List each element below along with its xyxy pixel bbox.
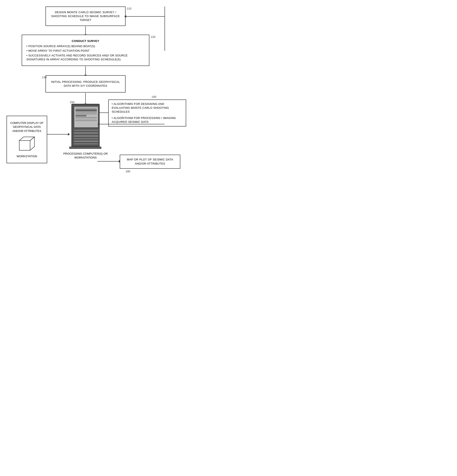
ref-150: 150 [70,101,74,104]
node-120-bullet1: • POSITION SOURCE ARRAY(S) BEHIND BOAT(S… [26,44,95,48]
node-170-sublabel: WORKSTATION [17,155,37,158]
svg-marker-2 [30,137,35,150]
node-120-bullet2: • MOVE ARRAY TO FIRST ACTIVATION POINT [26,49,90,53]
ref-130: 130 [42,76,47,79]
node-110: DESIGN MONTE CARLO SEISMIC SURVEY / SHOO… [45,7,126,26]
node-140-bullet2: • ALGORITHSM FOR PROCESSING / IMAGING AC… [112,116,183,124]
feedback-horiz-bottom [97,124,165,124]
arrow-110-120 [85,26,86,34]
node-180: MAP OR PLOT OF SEISMIC DATA AND/OR ATTRI… [120,155,180,169]
ref-140: 140 [151,95,156,98]
node-170: COMPUTER DISPLAY OF GEOPHYSICAL DATA AND… [7,116,47,163]
node-120-bullet3: • SUCCESSIVELY ACTIVATE AND RECORD SOURC… [26,54,145,61]
node-140-bullet1: • ALGORITHMS FOR DESIGNING AND EVALUATIN… [112,102,183,114]
cube-icon [16,135,38,153]
ref-110: 110 [127,7,132,10]
node-140: • ALGORITHMS FOR DESIGNING AND EVALUATIN… [108,100,186,127]
node-120: CONDUCT SURVEY • POSITION SOURCE ARRAY(S… [22,34,149,66]
ref-180: 180 [126,170,130,173]
node-150-computer [68,104,103,151]
node-120-title: CONDUCT SURVEY [26,39,145,43]
arrow-130-150 [85,93,86,104]
arrow-120-130 [85,66,86,75]
ref-120: 120 [151,35,155,39]
feedback-line-top [126,16,165,17]
svg-marker-0 [19,141,30,150]
flowchart-diagram: DESIGN MONTE CARLO SEISMIC SURVEY / SHOO… [4,4,191,199]
node-170-label: COMPUTER DISPLAY OF GEOPHYSICAL DATA AND… [9,121,44,133]
feedback-line-vertical [165,7,165,51]
node-130: INITIAL PROCESSING: PRODUCE GEOPHYSICAL … [45,75,126,93]
node-150-label: PROCESSING COMPUTER(S) OR WORKSTATIONS [56,152,115,160]
arrow-150-180 [97,161,119,162]
